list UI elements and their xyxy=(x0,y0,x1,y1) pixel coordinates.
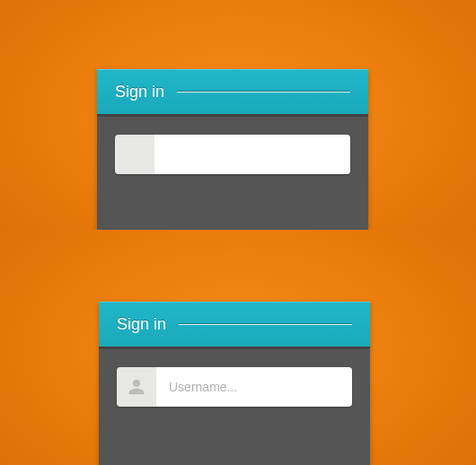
user-icon xyxy=(115,135,154,174)
signin-card: Sign in xyxy=(97,69,368,230)
signin-card: Sign in xyxy=(99,302,370,465)
username-input[interactable] xyxy=(154,135,350,174)
username-field xyxy=(115,135,350,174)
signin-title: Sign in xyxy=(117,315,166,334)
showcase-panel-top: Sign in xyxy=(0,0,476,230)
header-rule xyxy=(177,91,350,92)
signin-card-body xyxy=(97,114,368,230)
showcase-panel-bottom: Sign in xyxy=(0,230,476,465)
signin-card-header: Sign in xyxy=(99,302,370,347)
username-input[interactable] xyxy=(156,367,352,407)
username-field xyxy=(117,367,352,407)
signin-card-header: Sign in xyxy=(97,69,368,114)
signin-title: Sign in xyxy=(115,83,164,101)
signin-card-body xyxy=(99,347,370,465)
header-rule xyxy=(179,323,352,325)
user-icon xyxy=(117,367,156,407)
user-icon-svg xyxy=(128,378,145,396)
